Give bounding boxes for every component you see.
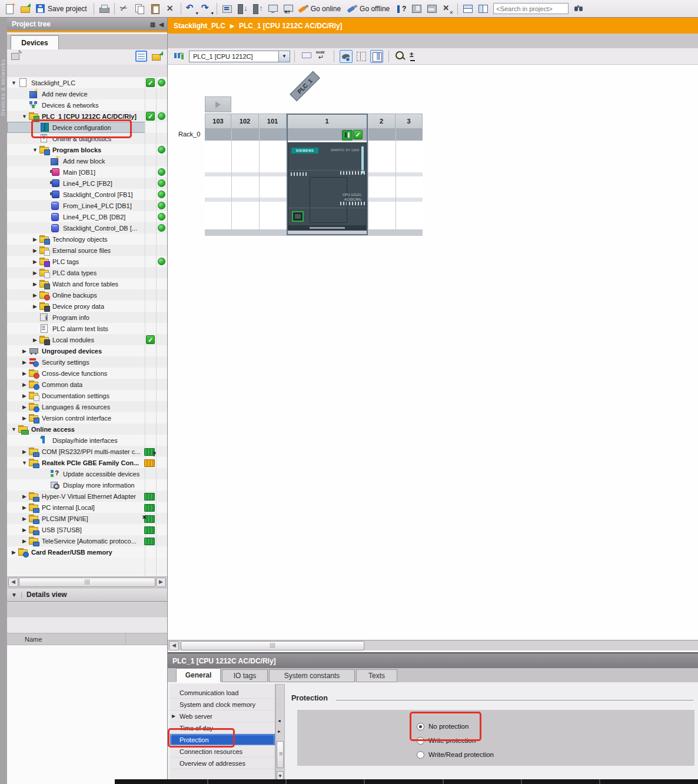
toolbar-button-copy[interactable]	[133, 2, 147, 15]
tree-item-online-access[interactable]: ▼Online access	[7, 423, 167, 435]
tree-item-line4-plc-db-db2[interactable]: Line4_PLC_DB [DB2]	[7, 211, 167, 222]
toolbar-button-delete[interactable]	[164, 2, 178, 15]
expand-icon[interactable]: ▶	[20, 505, 29, 511]
tree-item-online-backups[interactable]: ▶Online backups	[7, 289, 167, 301]
rack-expand-button[interactable]	[205, 96, 231, 112]
expand-icon[interactable]: ▶	[20, 415, 29, 421]
expand-icon[interactable]: ▶	[31, 259, 39, 265]
tree-item-teleservice-automatic-protoco[interactable]: ▶TeleService [Automatic protoco...	[7, 535, 167, 546]
tab-general[interactable]: General	[176, 668, 221, 682]
expand-icon[interactable]: ▶	[31, 270, 39, 276]
canvas-horizontal-scrollbar[interactable]: ◀	[168, 640, 698, 650]
expand-icon[interactable]: ▶	[31, 281, 39, 287]
tree-item-security-settings[interactable]: ▶Security settings	[7, 356, 167, 368]
nav-item-overview-of-addresses[interactable]: Overview of addresses	[170, 758, 275, 769]
expand-icon[interactable]: ▶	[20, 538, 29, 544]
toolbar-button-window-split-a[interactable]	[410, 2, 424, 15]
expand-icon[interactable]: ▶	[9, 549, 18, 555]
tree-item-main-ob1[interactable]: Main [OB1]	[7, 166, 167, 178]
chevron-down-icon[interactable]: ▼	[7, 592, 22, 598]
tab-io-tags[interactable]: IO tags	[222, 669, 268, 682]
search-input[interactable]	[493, 3, 569, 14]
collapse-panel-icon[interactable]: ◀	[159, 21, 164, 28]
tree-item-version-control-interface[interactable]: ▶Version control interface	[7, 412, 167, 423]
collapse-icon[interactable]: ▼	[9, 80, 18, 86]
radio-button-icon[interactable]	[417, 737, 424, 745]
tree-item-plc-tags[interactable]: ▶PLC tags	[7, 256, 167, 267]
tree-item-ungrouped-devices[interactable]: ▶Ungrouped devices	[7, 345, 167, 356]
tree-item-plc-alarm-text-lists[interactable]: PLC alarm text lists	[7, 323, 167, 334]
window-toggle-icon[interactable]: ▥	[150, 21, 155, 28]
toolbar-button-close-windows[interactable]	[440, 2, 454, 15]
device-selector[interactable]: PLC_1 [CPU 1212C] ▼	[189, 51, 290, 62]
expand-icon[interactable]: ▶	[31, 292, 39, 298]
slot-header-102[interactable]: 102	[231, 114, 259, 129]
breadcrumb-project[interactable]: Stacklight_PLC	[174, 22, 225, 30]
tree-item-plc-1-cpu-1212c-ac-dc-rly[interactable]: ▼PLC_1 [CPU 1212C AC/DC/Rly]✓	[7, 111, 167, 122]
open-new-editor-icon[interactable]	[152, 51, 162, 61]
tree-item-languages-resources[interactable]: ▶Languages & resources	[7, 401, 167, 412]
splitter-right-icon[interactable]: ►	[277, 729, 281, 733]
expand-icon[interactable]: ▶	[20, 382, 29, 388]
tree-item-stacklight-plc[interactable]: ▼Stacklight_PLC✓	[7, 77, 167, 88]
expand-icon[interactable]: ▶	[31, 248, 39, 253]
radio-button-icon[interactable]	[417, 751, 424, 759]
cpu-module[interactable]: SIEMENS SIMATIC S7-1200 CPU 1212C AC/DC/…	[288, 142, 367, 231]
tree-item-cross-device-functions[interactable]: ▶Cross-device functions	[7, 368, 167, 379]
tree-item-technology-objects[interactable]: ▶Technology objects	[7, 233, 167, 245]
snap-grid-icon[interactable]	[355, 50, 368, 63]
nav-item-web-server[interactable]: ▶Web server	[170, 710, 275, 722]
expand-icon[interactable]: ▶	[31, 303, 39, 309]
toolbar-button-download[interactable]	[235, 2, 250, 15]
show-address-labels-icon[interactable]	[300, 50, 313, 63]
device-overview-icon[interactable]	[370, 50, 383, 63]
splitter-left-icon[interactable]: ◄	[277, 719, 281, 723]
slot-header-103[interactable]: 103	[205, 114, 231, 129]
network-view-icon[interactable]	[172, 51, 184, 62]
scroll-right-icon[interactable]: ▶	[156, 578, 166, 587]
scrollbar-thumb[interactable]	[181, 641, 364, 650]
tree-item-program-info[interactable]: Program info	[7, 312, 167, 323]
tree-item-local-modules[interactable]: ▶Local modules✓	[7, 334, 167, 345]
tree-item-realtek-pcie-gbe-family-con[interactable]: ▼Realtek PCIe GBE Family Con...	[7, 457, 167, 468]
device-view-canvas[interactable]: PLC_1 Rack_0 103102101123 ✓ SIEMENS SIMA…	[168, 65, 698, 640]
toolbar-button-new-project[interactable]	[3, 2, 17, 15]
tree-item-line4-plc-fb2[interactable]: Line4_PLC [FB2]	[7, 178, 167, 189]
dropdown-arrow-icon[interactable]: ▼	[278, 51, 290, 62]
tree-item-from-line4-plc-db1[interactable]: From_Line4_PLC [DB1]	[7, 200, 167, 211]
tree-item-add-new-block[interactable]: Add new block	[7, 155, 167, 166]
toolbar-button-cut[interactable]	[118, 2, 132, 15]
nav-item-time-of-day[interactable]: Time of day	[170, 722, 275, 734]
toolbar-button-paste[interactable]	[148, 2, 162, 15]
scrollbar-thumb[interactable]	[277, 741, 284, 768]
zoom-level-dropdown[interactable]	[408, 50, 418, 63]
rename-icon[interactable]	[315, 50, 328, 63]
expand-icon[interactable]: ▶	[20, 348, 29, 354]
tree-item-display-hide-interfaces[interactable]: Display/hide interfaces	[7, 435, 167, 446]
toolbar-button-print[interactable]	[97, 2, 111, 15]
tree-item-add-new-device[interactable]: Add new device	[7, 88, 167, 99]
tree-item-watch-and-force-tables[interactable]: ▶Watch and force tables	[7, 278, 167, 289]
collapse-icon[interactable]: ▼	[20, 114, 29, 119]
collapse-icon[interactable]: ▼	[31, 147, 39, 153]
expand-icon[interactable]: ▶	[20, 516, 29, 522]
toolbar-button-stop-cpu[interactable]	[281, 2, 295, 15]
tree-item-usb-s7usb[interactable]: ▶USB [S7USB]	[7, 524, 167, 535]
nav-item-protection[interactable]: Protection	[170, 734, 275, 746]
expand-icon[interactable]: ▶	[20, 404, 29, 410]
toolbar-button-redo[interactable]	[200, 2, 214, 15]
toolbar-button-undo[interactable]	[184, 2, 198, 15]
breadcrumb-device[interactable]: PLC_1 [CPU 1212C AC/DC/Rly]	[239, 22, 343, 30]
toolbar-button-compile[interactable]	[220, 2, 234, 15]
toolbar-button-start-cpu[interactable]	[266, 2, 280, 15]
expand-icon[interactable]: ▶	[20, 527, 29, 533]
tree-item-com-rs232-ppi-multi-master-c[interactable]: ▶COM [RS232/PPI multi-master c...?	[7, 446, 167, 457]
details-view-header[interactable]: ▼ Details view	[7, 588, 167, 602]
slot-header-3[interactable]: 3	[395, 114, 423, 129]
tree-item-device-configuration[interactable]: Device configuration	[7, 122, 167, 133]
nav-item-system-and-clock-memory[interactable]: System and clock memory	[170, 699, 275, 710]
expand-icon[interactable]: ▶	[31, 337, 39, 343]
tree-item-card-reader-usb-memory[interactable]: ▶Card Reader/USB memory	[7, 546, 167, 558]
toolbar-button-go-online[interactable]: Go online	[297, 2, 344, 15]
tree-item-display-more-information[interactable]: Display more information	[7, 479, 167, 491]
